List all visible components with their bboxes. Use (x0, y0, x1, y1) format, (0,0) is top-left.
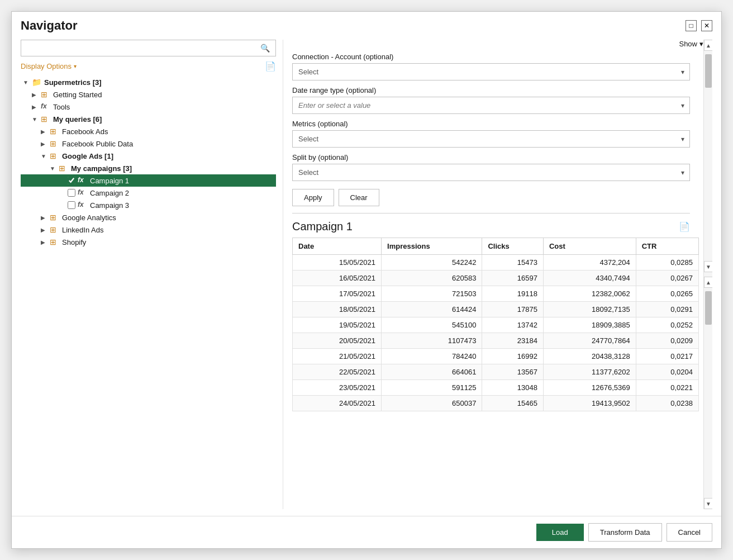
table-cell: 664061 (382, 364, 482, 380)
table-cell: 4372,204 (543, 255, 636, 270)
chevron-down-icon: ▾ (699, 40, 703, 48)
table-cell: 18/05/2021 (293, 302, 382, 317)
chevron-down-icon: ▾ (74, 63, 77, 69)
clear-button[interactable]: Clear (339, 189, 379, 206)
metrics-select[interactable]: Select (292, 130, 690, 148)
table-cell: 13048 (482, 380, 544, 396)
export-icon-button[interactable]: 📄 (265, 61, 276, 72)
item-label: Shopify (62, 238, 86, 246)
scrollbar-thumb-top[interactable] (705, 54, 712, 88)
search-button[interactable]: 🔍 (255, 40, 275, 56)
table-cell: 0,0285 (636, 255, 698, 270)
fx-icon: fx (78, 176, 88, 185)
table-icon: ⊞ (41, 115, 51, 124)
table-cell: 15473 (482, 255, 544, 270)
table-row: 20/05/202111074732318424770,78640,0209 (293, 333, 699, 349)
right-panel: Show ▾ Connection - Account (optional) S… (283, 40, 712, 509)
table-cell: 18909,3885 (543, 317, 636, 333)
table-cell: 0,0204 (636, 364, 698, 380)
display-options-button[interactable]: Display Options ▾ (21, 62, 77, 70)
tree-item-campaign-3[interactable]: fx Campaign 3 (21, 199, 276, 211)
table-cell: 12382,0062 (543, 286, 636, 302)
search-input[interactable] (21, 41, 255, 56)
item-label: Getting Started (53, 91, 102, 99)
connection-select-wrapper: Select (292, 63, 690, 80)
table-cell: 16992 (482, 349, 544, 364)
campaign-2-checkbox[interactable] (68, 189, 75, 197)
table-row: 19/05/20215451001374218909,38850,0252 (293, 317, 699, 333)
tree-item-campaign-2[interactable]: fx Campaign 2 (21, 187, 276, 199)
date-range-label: Date range type (optional) (292, 86, 690, 94)
item-label: Campaign 3 (90, 201, 129, 210)
table-cell: 17/05/2021 (293, 286, 382, 302)
item-label: LinkedIn Ads (62, 226, 103, 234)
date-range-wrapper (292, 97, 690, 114)
table-cell: 16597 (482, 270, 544, 286)
table-header-row: Date Impressions Clicks Cost CTR (293, 238, 699, 255)
table-cell: 16/05/2021 (293, 270, 382, 286)
transform-button[interactable]: Transform Data (588, 523, 662, 542)
vertical-scrollbar: ▲ ▼ ▲ ▼ (703, 40, 712, 509)
expand-arrow: ▶ (32, 104, 41, 110)
campaign-3-checkbox[interactable] (68, 201, 75, 209)
connection-group: Connection - Account (optional) Select (292, 53, 690, 80)
load-button[interactable]: Load (536, 524, 584, 541)
col-clicks: Clicks (482, 238, 544, 255)
table-row: 18/05/20216144241787518092,71350,0291 (293, 302, 699, 317)
table-row: 24/05/20216500371546519413,95020,0238 (293, 396, 699, 411)
right-panel-inner: Show ▾ Connection - Account (optional) S… (292, 40, 703, 509)
item-label: Supermetrics [3] (44, 78, 102, 87)
metrics-group: Metrics (optional) Select (292, 120, 690, 148)
table-cell: 721503 (382, 286, 482, 302)
export-icon[interactable]: 📄 (679, 221, 690, 232)
item-label: Tools (53, 103, 70, 111)
scroll-up-arrow-bottom[interactable]: ▲ (704, 277, 712, 288)
scrollbar-thumb-bottom[interactable] (705, 291, 712, 325)
window-title: Navigator (21, 18, 77, 33)
tree-item-google-analytics[interactable]: ▶ ⊞ Google Analytics (21, 211, 276, 224)
apply-button[interactable]: Apply (292, 189, 334, 206)
tree-item-campaign-1[interactable]: fx Campaign 1 (21, 174, 276, 187)
scrollbar-track (704, 51, 712, 261)
table-cell: 17875 (482, 302, 544, 317)
table-icon: ⊞ (50, 139, 60, 148)
table-cell: 19118 (482, 286, 544, 302)
date-range-input[interactable] (292, 97, 690, 114)
col-date: Date (293, 238, 382, 255)
table-cell: 545100 (382, 317, 482, 333)
expand-arrow: ▶ (41, 141, 50, 147)
scroll-down-arrow[interactable]: ▼ (704, 498, 712, 509)
tree-item-facebook-ads[interactable]: ▶ ⊞ Facebook Ads (21, 125, 276, 137)
minimize-button[interactable]: □ (686, 20, 697, 31)
tree-item-getting-started[interactable]: ▶ ⊞ Getting Started (21, 88, 276, 101)
scroll-up-arrow[interactable]: ▲ (704, 40, 712, 51)
item-label: Facebook Ads (62, 127, 108, 136)
table-cell: 0,0221 (636, 380, 698, 396)
tree-item-my-queries[interactable]: ▼ ⊞ My queries [6] (21, 113, 276, 125)
tree-item-shopify[interactable]: ▶ ⊞ Shopify (21, 236, 276, 248)
table-cell: 22/05/2021 (293, 364, 382, 380)
table-cell: 23/05/2021 (293, 380, 382, 396)
title-bar: Navigator □ ✕ (12, 12, 721, 33)
close-button[interactable]: ✕ (701, 20, 712, 31)
expand-arrow: ▶ (41, 215, 50, 221)
tree-item-my-campaigns[interactable]: ▼ ⊞ My campaigns [3] (21, 162, 276, 174)
table-cell: 0,0265 (636, 286, 698, 302)
tree-item-facebook-public[interactable]: ▶ ⊞ Facebook Public Data (21, 137, 276, 150)
folder-icon: 📁 (32, 78, 42, 87)
connection-select[interactable]: Select (292, 63, 690, 80)
scroll-down-arrow-mid[interactable]: ▼ (704, 261, 712, 272)
split-by-select[interactable]: Select (292, 164, 690, 181)
show-button[interactable]: Show ▾ (679, 40, 703, 48)
table-icon: ⊞ (50, 213, 60, 222)
preview-title: Campaign 1 (292, 220, 353, 233)
campaign-1-checkbox[interactable] (68, 177, 75, 184)
tree-item-google-ads[interactable]: ▼ ⊞ Google Ads [1] (21, 150, 276, 162)
tree-item-tools[interactable]: ▶ fx Tools (21, 101, 276, 113)
preview-section: Campaign 1 📄 Date Impressions Clicks (292, 220, 703, 509)
table-cell: 23184 (482, 333, 544, 349)
tree-item-linkedin-ads[interactable]: ▶ ⊞ LinkedIn Ads (21, 224, 276, 236)
search-bar: 🔍 (21, 40, 276, 56)
cancel-button[interactable]: Cancel (667, 523, 712, 542)
tree-item-supermetrics[interactable]: ▼ 📁 Supermetrics [3] (21, 76, 276, 88)
